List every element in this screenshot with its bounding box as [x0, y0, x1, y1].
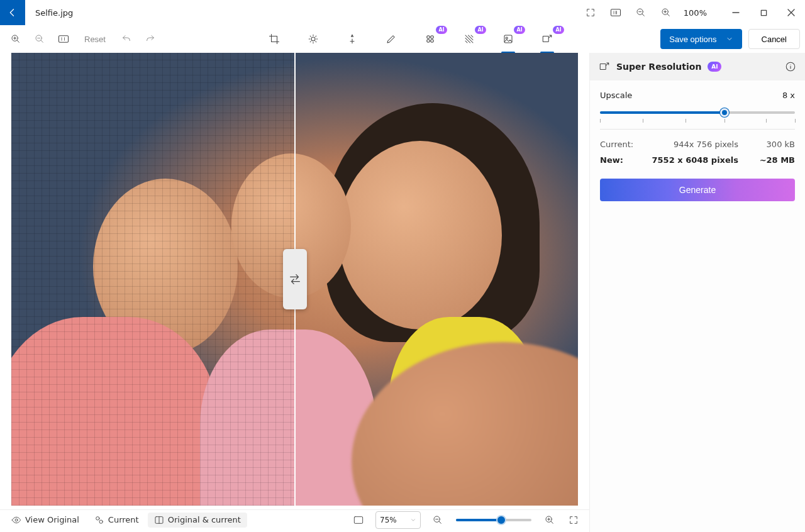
redo-icon[interactable]: [140, 28, 161, 50]
panel-title: Super Resolution: [616, 62, 701, 72]
adjust-tool-icon[interactable]: [303, 28, 324, 50]
save-options-label: Save options: [669, 35, 716, 44]
svg-point-17: [99, 520, 103, 523]
comparison-handle[interactable]: [283, 249, 307, 309]
save-options-button[interactable]: Save options: [660, 29, 741, 49]
svg-point-9: [431, 36, 434, 39]
file-name: Selfie.jpg: [35, 8, 73, 18]
svg-point-11: [431, 40, 434, 43]
actual-size-icon[interactable]: [603, 0, 628, 25]
fit-window-icon[interactable]: [348, 509, 369, 531]
crop-tool-icon[interactable]: [264, 28, 285, 50]
svg-rect-19: [354, 516, 362, 523]
upscale-value: 8 x: [782, 91, 795, 100]
markup-tool-icon[interactable]: [380, 28, 402, 50]
view-original-button[interactable]: View Original: [5, 513, 86, 528]
info-icon[interactable]: [785, 61, 796, 72]
blur-background-tool-icon[interactable]: AI: [458, 28, 480, 50]
zoom-select[interactable]: 75%: [375, 511, 421, 529]
upscale-label: Upscale: [600, 91, 632, 100]
toolbar: Reset AI AI AI: [0, 25, 805, 53]
close-button[interactable]: [777, 1, 805, 25]
zoom-out-footer-icon[interactable]: [427, 509, 448, 531]
ai-badge-icon: AI: [514, 26, 525, 34]
svg-point-15: [15, 519, 18, 521]
ai-badge-icon: AI: [475, 26, 486, 34]
erase-tool-icon[interactable]: AI: [419, 28, 441, 50]
super-resolution-tool-icon[interactable]: AI: [536, 28, 558, 50]
zoom-in-tool-icon[interactable]: [5, 28, 26, 50]
zoom-label: 100%: [679, 8, 712, 18]
view-both-button[interactable]: Original & current: [148, 513, 247, 528]
super-resolution-icon: [599, 61, 610, 72]
svg-point-16: [96, 516, 99, 519]
maximize-button[interactable]: [750, 1, 777, 25]
svg-rect-14: [543, 36, 548, 42]
view-current-button[interactable]: Current: [88, 513, 145, 528]
undo-icon[interactable]: [116, 28, 137, 50]
side-panel: Super Resolution AI Upscale 8 x: [589, 53, 805, 532]
zoom-out-icon[interactable]: [628, 0, 653, 25]
ai-badge-icon: AI: [436, 26, 447, 34]
current-resolution-row: Current: 944x 756 pixels 300 kB: [600, 140, 795, 149]
ai-badge-icon: AI: [553, 26, 564, 34]
fullscreen-icon[interactable]: [578, 0, 603, 25]
expand-footer-icon[interactable]: [563, 509, 584, 531]
svg-point-8: [427, 36, 430, 39]
svg-rect-6: [59, 36, 69, 43]
panel-header: Super Resolution AI: [590, 53, 805, 80]
svg-rect-12: [504, 35, 512, 43]
cancel-button[interactable]: Cancel: [748, 29, 800, 49]
titlebar: Selfie.jpg 100%: [0, 0, 805, 25]
generate-button[interactable]: Generate: [600, 179, 795, 201]
zoom-in-icon[interactable]: [653, 0, 679, 25]
canvas-area: View Original Current Original & current…: [0, 53, 589, 532]
zoom-slider[interactable]: [456, 519, 531, 521]
pixelated-original-overlay: [11, 53, 295, 506]
fit-screen-icon[interactable]: [53, 28, 74, 50]
svg-point-7: [311, 37, 315, 41]
zoom-in-footer-icon[interactable]: [539, 509, 560, 531]
svg-rect-22: [600, 64, 606, 70]
image-canvas[interactable]: [11, 53, 578, 506]
view-toolbar: View Original Current Original & current…: [0, 509, 589, 532]
ai-badge-icon: AI: [708, 62, 721, 72]
svg-rect-3: [761, 10, 766, 15]
main-area: View Original Current Original & current…: [0, 53, 805, 532]
remove-background-tool-icon[interactable]: AI: [497, 28, 519, 50]
retouch-tool-icon[interactable]: [341, 28, 363, 50]
svg-point-13: [506, 37, 508, 39]
svg-point-10: [427, 40, 430, 43]
new-resolution-row: New: 7552 x 6048 pixels ~28 MB: [600, 155, 795, 165]
minimize-button[interactable]: [722, 1, 750, 25]
back-button[interactable]: [0, 0, 25, 25]
upscale-slider[interactable]: [600, 106, 795, 119]
zoom-out-tool-icon[interactable]: [29, 28, 50, 50]
reset-button[interactable]: Reset: [77, 30, 113, 48]
